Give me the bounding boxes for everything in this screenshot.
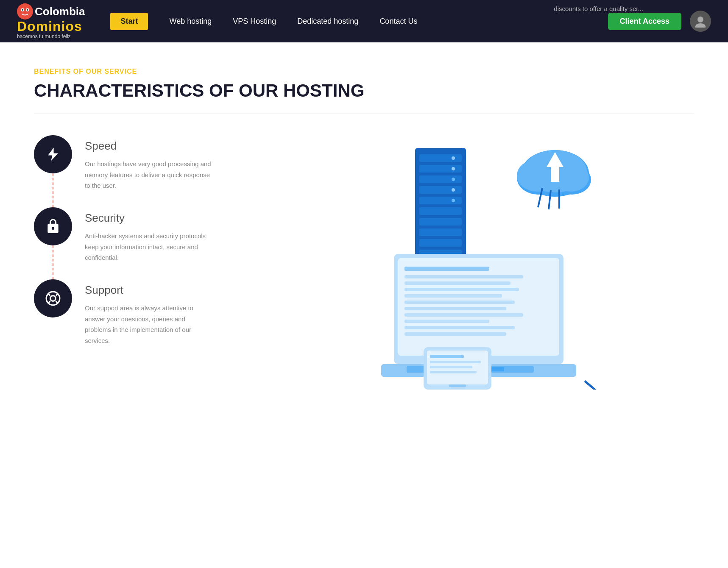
client-access-button[interactable]: Client Access <box>608 13 681 30</box>
section-label: BENEFITS OF OUR SERVICE <box>34 68 694 75</box>
svg-rect-18 <box>419 197 462 204</box>
features-list: Speed Our hostings have very good proces… <box>34 135 246 346</box>
feature-speed-title: Speed <box>85 139 246 153</box>
feature-support-title: Support <box>85 284 246 297</box>
lock-icon <box>45 218 61 234</box>
nav-announcement: discounts to offer a quality ser... <box>554 5 643 12</box>
svg-rect-64 <box>430 371 477 373</box>
svg-point-31 <box>452 188 455 192</box>
feature-security-icon-col <box>34 207 72 279</box>
svg-rect-53 <box>404 320 489 323</box>
svg-point-30 <box>452 178 455 181</box>
svg-rect-52 <box>404 313 523 317</box>
feature-speed: Speed Our hostings have very good proces… <box>34 135 246 207</box>
svg-point-3 <box>22 9 23 11</box>
features-container: Speed Our hostings have very good proces… <box>34 135 694 390</box>
svg-rect-51 <box>404 307 506 310</box>
svg-rect-19 <box>419 207 462 215</box>
svg-rect-61 <box>430 355 464 358</box>
section-title: CHARACTERISTICS OF OUR HOSTING <box>34 81 694 101</box>
feature-speed-text: Speed Our hostings have very good proces… <box>85 135 246 191</box>
svg-line-12 <box>48 301 50 303</box>
nav-link-dedicated-hosting[interactable]: Dedicated hosting <box>289 13 367 30</box>
feature-support: Support Our support area is always atten… <box>34 279 246 346</box>
feature-security-text: Security Anti-hacker systems and securit… <box>85 207 246 263</box>
feature-support-icon-col <box>34 279 72 317</box>
navbar: Colombia Dominios hacemos tu mundo feliz… <box>0 0 728 42</box>
user-avatar <box>690 11 711 32</box>
feature-security: Security Anti-hacker systems and securit… <box>34 207 246 279</box>
connector-1 <box>53 173 53 207</box>
svg-rect-45 <box>404 267 489 271</box>
logo-icon <box>17 3 33 19</box>
svg-rect-22 <box>419 239 462 247</box>
nav-link-contact-us[interactable]: Contact Us <box>371 13 426 30</box>
svg-rect-49 <box>404 294 502 298</box>
logo: Colombia Dominios hacemos tu mundo feliz <box>17 3 85 39</box>
lifebuoy-icon <box>45 290 61 306</box>
nav-links: Start Web hosting VPS Hosting Dedicated … <box>110 13 681 30</box>
feature-speed-circle <box>34 135 72 173</box>
svg-point-29 <box>452 167 455 170</box>
svg-point-0 <box>17 3 33 19</box>
svg-point-5 <box>697 17 703 22</box>
nav-link-web-hosting[interactable]: Web hosting <box>161 13 220 30</box>
section-divider <box>34 114 694 114</box>
main-content: BENEFITS OF OUR SERVICE CHARACTERISTICS … <box>0 42 728 423</box>
svg-point-28 <box>452 156 455 160</box>
feature-security-circle <box>34 207 72 245</box>
features-illustration <box>280 135 694 390</box>
feature-support-circle <box>34 279 72 317</box>
svg-rect-62 <box>430 361 481 363</box>
svg-line-9 <box>48 294 50 295</box>
svg-rect-50 <box>404 301 515 304</box>
svg-point-4 <box>27 9 28 11</box>
feature-speed-icon-col <box>34 135 72 207</box>
hosting-illustration <box>339 135 636 390</box>
svg-rect-47 <box>404 281 510 285</box>
svg-rect-55 <box>404 332 506 336</box>
connector-2 <box>53 245 53 279</box>
bolt-icon <box>45 146 61 162</box>
logo-tagline: hacemos tu mundo feliz <box>17 34 71 39</box>
svg-line-11 <box>56 294 58 295</box>
svg-rect-15 <box>419 165 462 173</box>
start-button[interactable]: Start <box>110 13 148 30</box>
feature-security-title: Security <box>85 212 246 225</box>
svg-rect-54 <box>404 326 515 329</box>
feature-speed-desc: Our hostings have very good processing a… <box>85 159 212 191</box>
nav-link-vps-hosting[interactable]: VPS Hosting <box>224 13 285 30</box>
svg-rect-63 <box>430 366 472 368</box>
svg-line-10 <box>56 301 58 303</box>
feature-support-desc: Our support area is always attentive to … <box>85 303 212 346</box>
svg-rect-21 <box>419 228 462 236</box>
svg-rect-16 <box>419 175 462 183</box>
svg-point-8 <box>50 296 56 301</box>
logo-dominios-text: Dominios <box>17 19 82 33</box>
feature-support-text: Support Our support area is always atten… <box>85 279 246 346</box>
svg-rect-65 <box>449 384 466 387</box>
svg-rect-17 <box>419 186 462 194</box>
feature-security-desc: Anti-hacker systems and security protoco… <box>85 231 212 263</box>
svg-point-32 <box>452 199 455 202</box>
svg-rect-46 <box>404 275 523 278</box>
svg-rect-48 <box>404 288 519 291</box>
logo-colombia-text: Colombia <box>35 6 85 17</box>
svg-rect-20 <box>419 218 462 226</box>
svg-rect-14 <box>419 154 462 162</box>
svg-point-6 <box>695 23 706 28</box>
